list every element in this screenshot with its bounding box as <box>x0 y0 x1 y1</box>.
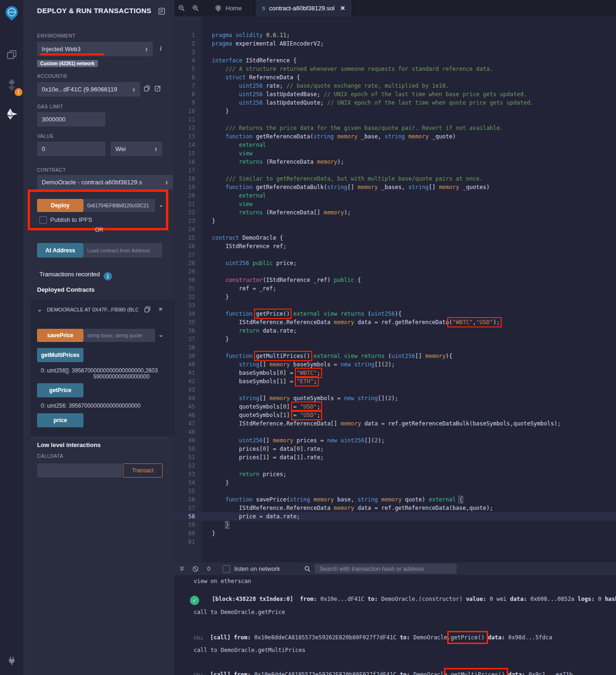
chevron-down-icon[interactable]: ⌄ <box>158 331 164 338</box>
saveprice-button[interactable]: savePrice <box>37 329 83 342</box>
code-line[interactable]: 20 external <box>174 191 616 200</box>
clear-console-icon[interactable] <box>192 566 199 572</box>
code-line[interactable]: 55 <box>174 487 616 495</box>
code-line[interactable]: 22 returns (ReferenceData[] memory); <box>174 208 616 217</box>
add-account-icon[interactable]: ⊕ <box>62 72 68 79</box>
code-line[interactable]: 47 IStdReference.ReferenceData[] memory … <box>174 419 616 428</box>
code-line[interactable]: 24 <box>174 225 616 234</box>
getmultiprices-button[interactable]: getMultiPrices <box>37 348 83 362</box>
code-line[interactable]: 38 <box>174 343 616 352</box>
transactions-recorded[interactable]: Transactions recorded1 <box>39 271 112 281</box>
code-line[interactable]: 52 <box>174 462 616 470</box>
calldata-input[interactable] <box>37 463 122 478</box>
copy-account-icon[interactable] <box>143 85 150 92</box>
tab-home[interactable]: Home <box>208 0 248 16</box>
code-line[interactable]: 2pragma experimental ABIEncoderV2; <box>174 39 616 48</box>
contract-select[interactable]: DemoOracle - contract-a60bf38129.s ▲▼ <box>37 175 173 190</box>
code-line[interactable]: 45 quoteSymbols[0] = "USD"; <box>174 402 616 411</box>
docs-icon[interactable] <box>158 8 165 15</box>
code-line[interactable]: 57 IStdReference.ReferenceData memory da… <box>174 504 616 512</box>
environment-info-icon[interactable]: i <box>160 45 162 53</box>
deploy-button[interactable]: Deploy <box>37 199 83 212</box>
code-line[interactable]: 16 returns (ReferenceData memory); <box>174 158 616 166</box>
code-line[interactable]: 15 view <box>174 149 616 158</box>
code-line[interactable]: 54 } <box>174 478 616 487</box>
code-line[interactable]: 32 } <box>174 293 616 301</box>
code-line[interactable]: 43 <box>174 386 616 394</box>
code-line[interactable]: 50 prices[0] = data[0].rate; <box>174 445 616 453</box>
deploy-run-icon[interactable] <box>0 104 23 124</box>
terminal-row-plain[interactable]: view on etherscan <box>174 578 616 584</box>
code-line[interactable]: 30 constructor(IStdReference _ref) publi… <box>174 276 616 284</box>
code-line[interactable]: 3 <box>174 48 616 56</box>
code-line[interactable]: 53 return prices; <box>174 470 616 478</box>
deploy-arg-input[interactable]: 0x61704EFB8b8120c03C21 <box>83 199 155 212</box>
code-line[interactable]: 41 baseSymbols[0] = "WBTC"; <box>174 369 616 377</box>
code-line[interactable]: 7 uint256 rate; // base/quote exchange r… <box>174 82 616 90</box>
code-line[interactable]: 35 IStdReference.ReferenceData memory da… <box>174 318 616 326</box>
solidity-compiler-icon[interactable]: 1 <box>0 75 23 95</box>
code-line[interactable]: 11 <box>174 115 616 124</box>
code-line[interactable]: 44 string[] memory quoteSymbols = new st… <box>174 394 616 402</box>
plugin-manager-icon[interactable] <box>0 651 23 671</box>
code-line[interactable]: 1pragma solidity 0.6.11; <box>174 31 616 39</box>
code-line[interactable]: 33 <box>174 301 616 310</box>
expand-terminal-icon[interactable] <box>179 566 185 572</box>
transact-button[interactable]: Transact <box>123 463 163 478</box>
gas-limit-input[interactable]: 3000000 <box>37 112 105 127</box>
publish-ipfs-checkbox[interactable] <box>39 216 47 224</box>
code-line[interactable]: 4interface IStdReference { <box>174 56 616 65</box>
code-line[interactable]: 46 quoteSymbols[1] = "USD"; <box>174 411 616 419</box>
environment-select[interactable]: Injected Web3 ▲▼ <box>37 42 153 56</box>
value-unit-select[interactable]: Wei ▲▼ <box>111 142 162 156</box>
code-line[interactable]: 8 uint256 lastUpdatedBase; // UNIX epoch… <box>174 90 616 99</box>
code-line[interactable]: 49 uint256[] memory prices = new uint256… <box>174 436 616 445</box>
code-line[interactable]: 23} <box>174 217 616 225</box>
code-line[interactable]: 42 baseSymbols[1] = "ETH"; <box>174 377 616 386</box>
code-line[interactable]: 26 IStdReference ref; <box>174 242 616 250</box>
code-line[interactable]: 28 uint256 public price; <box>174 259 616 267</box>
account-select[interactable]: 0x10e...dF41C (9.96066119 ▲▼ <box>37 82 140 97</box>
close-tab-icon[interactable]: ✕ <box>340 5 345 12</box>
code-line[interactable]: 21 view <box>174 200 616 208</box>
close-instance-icon[interactable]: ✕ <box>158 306 163 312</box>
code-lines[interactable]: 1pragma solidity 0.6.11;2pragma experime… <box>174 16 616 546</box>
code-line[interactable]: 34 function getPrice() external view ret… <box>174 310 616 318</box>
code-line[interactable]: 51 prices[1] = data[1].rate; <box>174 453 616 462</box>
saveprice-args-input[interactable]: string base, string quote <box>83 329 155 342</box>
code-line[interactable]: 25contract DemoOracle { <box>174 234 616 242</box>
chevron-down-icon[interactable]: ⌄ <box>158 201 164 208</box>
code-line[interactable]: 12 /// Returns the price data for the gi… <box>174 124 616 132</box>
value-input[interactable]: 0 <box>37 142 105 156</box>
code-line[interactable]: 29 <box>174 267 616 276</box>
terminal-row-call[interactable]: CALL[call] from: 0x10e8ddeCA8185573e5926… <box>174 671 616 675</box>
terminal-content[interactable]: view on etherscan✓[block:438228 txIndex:… <box>174 575 616 675</box>
remix-logo-icon[interactable] <box>0 3 23 23</box>
code-line[interactable]: 58 price = data.rate; <box>174 512 616 521</box>
at-address-input[interactable]: Load contract from Address <box>83 243 162 258</box>
sign-message-icon[interactable] <box>154 85 161 92</box>
terminal-row-plain[interactable]: call to DemoOracle.getPrice <box>174 609 616 615</box>
listen-network-checkbox[interactable] <box>223 565 230 573</box>
code-line[interactable]: 31 ref = _ref; <box>174 284 616 293</box>
terminal-row-plain[interactable]: call to DemoOracle.getMultiPrices <box>174 647 616 653</box>
copy-address-icon[interactable] <box>144 306 151 313</box>
code-line[interactable]: 6 struct ReferenceData { <box>174 73 616 82</box>
zoom-in-icon[interactable] <box>188 5 203 12</box>
chevron-down-icon[interactable]: ⌄ <box>37 306 42 313</box>
file-explorer-icon[interactable] <box>0 45 23 65</box>
code-line[interactable]: 17 <box>174 166 616 174</box>
code-line[interactable]: 10 } <box>174 107 616 115</box>
code-line[interactable]: 9 uint256 lastUpdatedQuote; // UNIX epoc… <box>174 99 616 107</box>
code-line[interactable]: 5 /// A structure returned whenever some… <box>174 65 616 73</box>
code-line[interactable]: 56 function savePrice(string memory base… <box>174 495 616 504</box>
code-line[interactable]: 27 <box>174 250 616 259</box>
getprice-button[interactable]: getPrice <box>37 383 83 397</box>
code-line[interactable]: 40 string[] memory baseSymbols = new str… <box>174 360 616 369</box>
terminal-search-input[interactable]: Search with transaction hash or address <box>315 564 457 574</box>
terminal-row-block[interactable]: ✓[block:438228 txIndex:0] from: 0x10e...… <box>174 596 616 602</box>
price-button[interactable]: price <box>37 413 83 427</box>
code-line[interactable]: 19 function getReferenceDataBulk(string[… <box>174 183 616 191</box>
code-line[interactable]: 14 external <box>174 141 616 149</box>
code-line[interactable]: 13 function getReferenceData(string memo… <box>174 132 616 141</box>
